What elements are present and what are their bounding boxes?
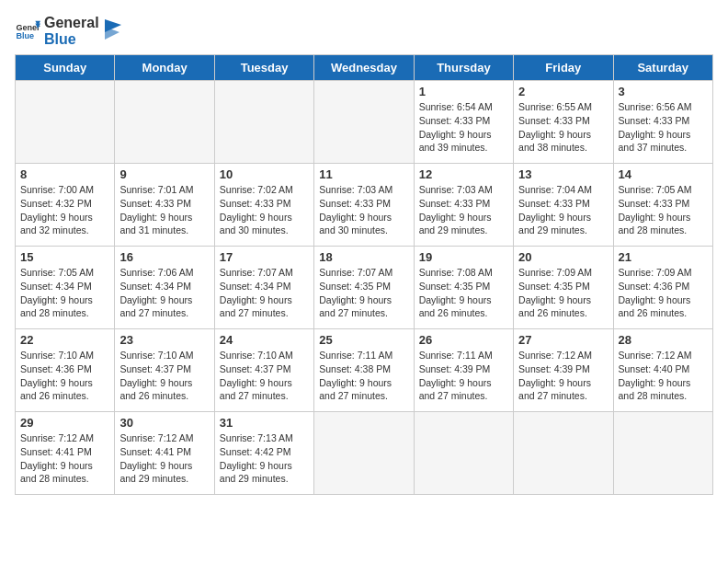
header-wednesday: Wednesday xyxy=(314,55,414,81)
calendar-cell: 9Sunrise: 7:01 AMSunset: 4:33 PMDaylight… xyxy=(115,164,214,247)
header-tuesday: Tuesday xyxy=(214,55,313,81)
calendar-cell: 28Sunrise: 7:12 AMSunset: 4:40 PMDayligh… xyxy=(613,329,712,412)
day-number: 2 xyxy=(518,85,608,98)
day-number: 18 xyxy=(319,250,408,264)
calendar-cell: 11Sunrise: 7:03 AMSunset: 4:33 PMDayligh… xyxy=(314,164,414,247)
day-number: 29 xyxy=(20,416,109,430)
calendar-cell: 30Sunrise: 7:12 AMSunset: 4:41 PMDayligh… xyxy=(115,412,214,495)
logo: General Blue General Blue xyxy=(15,15,123,47)
logo-icon: General Blue xyxy=(15,18,40,44)
calendar-cell: 27Sunrise: 7:12 AMSunset: 4:39 PMDayligh… xyxy=(514,329,613,412)
day-number: 9 xyxy=(119,167,209,181)
calendar-cell xyxy=(214,81,313,164)
header-row: SundayMondayTuesdayWednesdayThursdayFrid… xyxy=(16,55,713,81)
calendar-cell: 18Sunrise: 7:07 AMSunset: 4:35 PMDayligh… xyxy=(314,247,414,329)
calendar-row: 29Sunrise: 7:12 AMSunset: 4:41 PMDayligh… xyxy=(16,412,713,495)
day-number: 12 xyxy=(419,167,508,181)
day-number: 3 xyxy=(619,85,708,98)
logo-flag-icon xyxy=(103,17,123,45)
day-number: 28 xyxy=(619,333,708,347)
calendar-cell: 12Sunrise: 7:03 AMSunset: 4:33 PMDayligh… xyxy=(414,164,513,247)
day-number: 21 xyxy=(619,250,708,264)
logo-general: General xyxy=(44,15,99,31)
calendar-cell: 1Sunrise: 6:54 AMSunset: 4:33 PMDaylight… xyxy=(414,81,513,164)
day-number: 10 xyxy=(220,167,309,181)
day-number: 1 xyxy=(419,85,508,98)
day-number: 19 xyxy=(419,250,508,264)
day-number: 30 xyxy=(119,416,209,430)
header-monday: Monday xyxy=(115,55,214,81)
calendar-cell: 29Sunrise: 7:12 AMSunset: 4:41 PMDayligh… xyxy=(16,412,115,495)
calendar-cell: 15Sunrise: 7:05 AMSunset: 4:34 PMDayligh… xyxy=(16,247,115,329)
calendar-cell xyxy=(613,412,712,495)
calendar-cell: 10Sunrise: 7:02 AMSunset: 4:33 PMDayligh… xyxy=(214,164,313,247)
day-number: 15 xyxy=(20,250,109,264)
day-number: 20 xyxy=(518,250,608,264)
calendar-cell: 24Sunrise: 7:10 AMSunset: 4:37 PMDayligh… xyxy=(214,329,313,412)
day-number: 14 xyxy=(619,167,708,181)
calendar-cell: 22Sunrise: 7:10 AMSunset: 4:36 PMDayligh… xyxy=(16,329,115,412)
day-number: 31 xyxy=(220,416,309,430)
header-saturday: Saturday xyxy=(613,55,712,81)
calendar-cell: 13Sunrise: 7:04 AMSunset: 4:33 PMDayligh… xyxy=(514,164,613,247)
calendar-cell: 19Sunrise: 7:08 AMSunset: 4:35 PMDayligh… xyxy=(414,247,513,329)
logo-blue: Blue xyxy=(44,31,99,48)
calendar-cell: 26Sunrise: 7:11 AMSunset: 4:39 PMDayligh… xyxy=(414,329,513,412)
calendar-row: 22Sunrise: 7:10 AMSunset: 4:36 PMDayligh… xyxy=(16,329,713,412)
calendar-cell: 21Sunrise: 7:09 AMSunset: 4:36 PMDayligh… xyxy=(613,247,712,329)
day-number: 13 xyxy=(518,167,608,181)
calendar-cell: 14Sunrise: 7:05 AMSunset: 4:33 PMDayligh… xyxy=(613,164,712,247)
calendar-cell: 17Sunrise: 7:07 AMSunset: 4:34 PMDayligh… xyxy=(214,247,313,329)
header-thursday: Thursday xyxy=(414,55,513,81)
day-number: 22 xyxy=(20,333,109,347)
day-number: 26 xyxy=(419,333,508,347)
header-friday: Friday xyxy=(514,55,613,81)
day-number: 23 xyxy=(119,333,209,347)
calendar-row: 15Sunrise: 7:05 AMSunset: 4:34 PMDayligh… xyxy=(16,247,713,329)
calendar-row: 8Sunrise: 7:00 AMSunset: 4:32 PMDaylight… xyxy=(16,164,713,247)
day-number: 25 xyxy=(319,333,408,347)
day-number: 24 xyxy=(220,333,309,347)
day-number: 17 xyxy=(220,250,309,264)
svg-text:Blue: Blue xyxy=(16,31,34,40)
calendar-table: SundayMondayTuesdayWednesdayThursdayFrid… xyxy=(15,54,713,495)
day-number: 8 xyxy=(20,167,109,181)
calendar-cell: 8Sunrise: 7:00 AMSunset: 4:32 PMDaylight… xyxy=(16,164,115,247)
calendar-cell xyxy=(314,81,414,164)
calendar-cell xyxy=(414,412,513,495)
page-header: General Blue General Blue xyxy=(15,15,713,47)
calendar-cell: 20Sunrise: 7:09 AMSunset: 4:35 PMDayligh… xyxy=(514,247,613,329)
day-number: 16 xyxy=(119,250,209,264)
calendar-cell: 2Sunrise: 6:55 AMSunset: 4:33 PMDaylight… xyxy=(514,81,613,164)
calendar-cell: 3Sunrise: 6:56 AMSunset: 4:33 PMDaylight… xyxy=(613,81,712,164)
calendar-cell: 31Sunrise: 7:13 AMSunset: 4:42 PMDayligh… xyxy=(214,412,313,495)
header-sunday: Sunday xyxy=(16,55,115,81)
calendar-cell xyxy=(314,412,414,495)
day-number: 11 xyxy=(319,167,408,181)
calendar-cell xyxy=(514,412,613,495)
calendar-cell xyxy=(115,81,214,164)
calendar-row: 1Sunrise: 6:54 AMSunset: 4:33 PMDaylight… xyxy=(16,81,713,164)
calendar-cell xyxy=(16,81,115,164)
day-number: 27 xyxy=(518,333,608,347)
calendar-cell: 16Sunrise: 7:06 AMSunset: 4:34 PMDayligh… xyxy=(115,247,214,329)
calendar-cell: 25Sunrise: 7:11 AMSunset: 4:38 PMDayligh… xyxy=(314,329,414,412)
calendar-cell: 23Sunrise: 7:10 AMSunset: 4:37 PMDayligh… xyxy=(115,329,214,412)
